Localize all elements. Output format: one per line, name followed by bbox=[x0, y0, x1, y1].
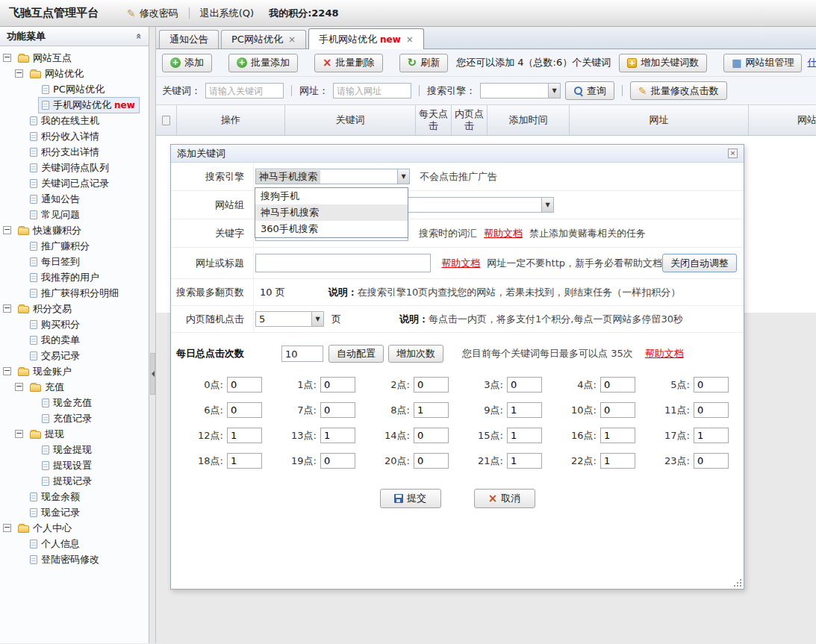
hour-input[interactable] bbox=[320, 428, 355, 443]
hour-input[interactable] bbox=[600, 377, 635, 393]
hour-input[interactable] bbox=[694, 428, 729, 443]
hour-input[interactable] bbox=[600, 428, 635, 443]
sidebar-item[interactable]: 我的卖单 bbox=[0, 332, 149, 348]
sidebar-item[interactable]: 手机网站优化new bbox=[0, 97, 149, 113]
column-header[interactable]: 添加时间 bbox=[488, 105, 570, 135]
tab[interactable]: 手机网站优化new× bbox=[308, 28, 424, 49]
inner-click-select[interactable]: 5 ▼ bbox=[255, 311, 324, 327]
sidebar-item[interactable]: −现金账户 bbox=[0, 363, 149, 379]
url-help-link[interactable]: 帮助文档 bbox=[441, 257, 480, 270]
batch-modify-clicks-button[interactable]: ✎ 批量修改点击数 bbox=[630, 81, 727, 100]
column-header[interactable]: 网站组 bbox=[749, 105, 816, 135]
hour-input[interactable] bbox=[227, 428, 262, 443]
sidebar-item[interactable]: 充值记录 bbox=[0, 410, 149, 426]
sidebar-item[interactable]: PC网站优化 bbox=[0, 81, 149, 97]
url-filter-input[interactable] bbox=[333, 83, 411, 99]
splitter-collapse-handle[interactable] bbox=[150, 353, 155, 395]
tab[interactable]: PC网站优化× bbox=[221, 30, 306, 49]
collapse-panel-icon[interactable]: « bbox=[133, 33, 144, 39]
sidebar-item[interactable]: 我的在线主机 bbox=[0, 113, 149, 128]
sidebar-item[interactable]: 推广赚积分 bbox=[0, 238, 149, 254]
sidebar-item[interactable]: −充值 bbox=[0, 379, 149, 395]
hour-input[interactable] bbox=[694, 402, 729, 418]
sidebar-item[interactable]: 提现记录 bbox=[0, 473, 149, 489]
hour-input[interactable] bbox=[600, 402, 635, 418]
daily-help-link[interactable]: 帮助文档 bbox=[645, 347, 684, 360]
site-group-manage-button[interactable]: ▦ 网站组管理 bbox=[723, 54, 802, 72]
hour-input[interactable] bbox=[227, 402, 262, 418]
hour-input[interactable] bbox=[227, 377, 262, 393]
increase-count-button[interactable]: 增加次数 bbox=[388, 345, 443, 363]
column-header[interactable]: 网址 bbox=[570, 105, 749, 135]
sidebar-item[interactable]: −个人中心 bbox=[0, 520, 149, 536]
engine-select[interactable]: 神马手机搜索 ▼ bbox=[255, 169, 410, 184]
refresh-button[interactable]: ↻ 刷新 bbox=[399, 54, 449, 72]
keyword-help-link[interactable]: 帮助文档 bbox=[484, 227, 523, 240]
increase-keywords-button[interactable]: + 增加关键词数 bbox=[619, 54, 707, 72]
sidebar-item[interactable]: 现金记录 bbox=[0, 504, 149, 520]
what-is-link[interactable]: 什么 bbox=[807, 56, 816, 69]
engine-filter-select[interactable]: ▼ bbox=[480, 83, 561, 99]
submit-button[interactable]: 提交 bbox=[380, 489, 441, 508]
hour-input[interactable] bbox=[414, 453, 449, 469]
sidebar-item[interactable]: −提现 bbox=[0, 426, 149, 442]
sidebar-item[interactable]: −快速赚积分 bbox=[0, 222, 149, 238]
column-header[interactable]: 关键词 bbox=[285, 105, 416, 135]
hour-input[interactable] bbox=[414, 377, 449, 393]
sidebar-item[interactable]: 关键词已点记录 bbox=[0, 175, 149, 191]
batch-delete-button[interactable]: × 批量删除 bbox=[314, 54, 383, 72]
tree-expander-icon[interactable]: − bbox=[3, 304, 11, 313]
hour-input[interactable] bbox=[507, 428, 542, 443]
sidebar-item[interactable]: 积分收入详情 bbox=[0, 128, 149, 144]
tab-close-icon[interactable]: × bbox=[288, 35, 296, 44]
sidebar-item[interactable]: 登陆密码修改 bbox=[0, 551, 149, 567]
tree-expander-icon[interactable]: − bbox=[15, 430, 23, 438]
sidebar-item[interactable]: 提现设置 bbox=[0, 457, 149, 473]
sidebar-item[interactable]: 常见问题 bbox=[0, 207, 149, 222]
sidebar-item[interactable]: 每日签到 bbox=[0, 254, 149, 269]
hour-input[interactable] bbox=[320, 377, 355, 393]
hour-input[interactable] bbox=[227, 453, 262, 469]
sidebar-item[interactable]: 通知公告 bbox=[0, 191, 149, 207]
close-icon[interactable]: × bbox=[728, 149, 738, 158]
chevron-down-icon[interactable]: ▼ bbox=[541, 198, 553, 212]
tree-expander-icon[interactable]: − bbox=[3, 367, 11, 375]
sidebar-item[interactable]: 关键词待点队列 bbox=[0, 160, 149, 175]
auto-config-button[interactable]: 自动配置 bbox=[328, 345, 384, 363]
sidebar-item[interactable]: −网站互点 bbox=[0, 50, 149, 66]
add-button[interactable]: + 添加 bbox=[162, 54, 212, 72]
hour-input[interactable] bbox=[694, 377, 729, 393]
tree-expander-icon[interactable]: − bbox=[3, 524, 11, 532]
sidebar-item[interactable]: 积分支出详情 bbox=[0, 144, 149, 160]
column-header[interactable]: 内页点击 bbox=[452, 105, 488, 135]
hour-input[interactable] bbox=[507, 402, 542, 418]
hour-input[interactable] bbox=[507, 453, 542, 469]
sidebar-item[interactable]: 我推荐的用户 bbox=[0, 269, 149, 285]
keyword-filter-input[interactable] bbox=[205, 83, 284, 99]
hour-input[interactable] bbox=[414, 402, 449, 418]
tree-expander-icon[interactable]: − bbox=[15, 69, 23, 78]
select-all-checkbox[interactable] bbox=[156, 105, 177, 135]
column-header[interactable]: 每天点击 bbox=[416, 105, 452, 135]
logout-button[interactable]: 退出系统(Q) bbox=[200, 7, 254, 20]
hour-input[interactable] bbox=[320, 402, 355, 418]
tree-expander-icon[interactable]: − bbox=[3, 226, 11, 234]
sidebar-item[interactable]: 现金余额 bbox=[0, 489, 149, 504]
dropdown-option[interactable]: 神马手机搜索 bbox=[255, 204, 408, 221]
chevron-down-icon[interactable]: ▼ bbox=[397, 169, 409, 184]
sidebar-item[interactable]: 个人信息 bbox=[0, 536, 149, 551]
column-header[interactable]: 操作 bbox=[177, 105, 285, 135]
sidebar-item[interactable]: −积分交易 bbox=[0, 301, 149, 316]
search-button[interactable]: 查询 bbox=[565, 81, 614, 100]
hour-input[interactable] bbox=[507, 377, 542, 393]
sidebar-item[interactable]: 交易记录 bbox=[0, 348, 149, 363]
hour-input[interactable] bbox=[320, 453, 355, 469]
cancel-button[interactable]: × 取消 bbox=[474, 489, 535, 508]
sidebar-item[interactable]: −网站优化 bbox=[0, 66, 149, 81]
daily-clicks-input[interactable] bbox=[281, 346, 323, 362]
panel-splitter[interactable] bbox=[149, 27, 156, 643]
hour-input[interactable] bbox=[414, 428, 449, 443]
hour-input[interactable] bbox=[694, 453, 729, 469]
batch-add-button[interactable]: + 批量添加 bbox=[228, 54, 298, 72]
hour-input[interactable] bbox=[600, 453, 635, 469]
